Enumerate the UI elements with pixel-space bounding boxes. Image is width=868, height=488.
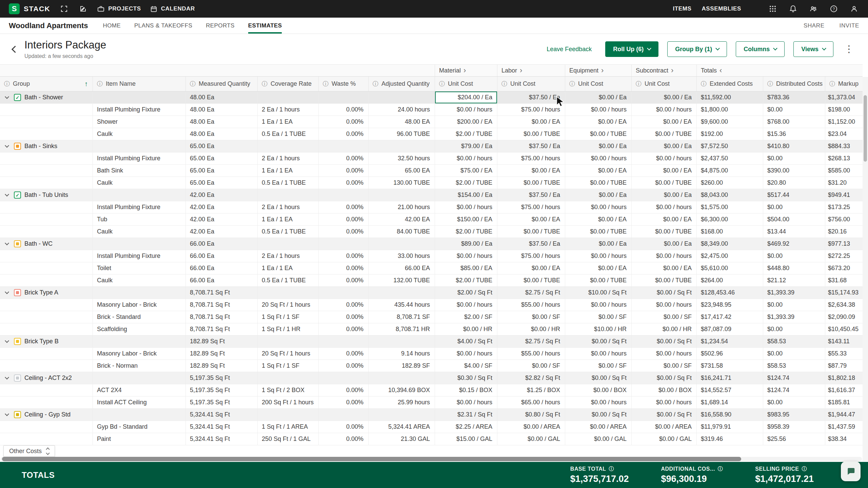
cell-equipment[interactable]: $0.00 / BOX [565, 384, 631, 396]
cell-waste[interactable]: 0.00% [318, 250, 368, 262]
cell-markup[interactable]: $23.04 [825, 128, 863, 140]
item-row[interactable]: Caulk48.00 Ea0.5 Ea / 1 TUBE0.00%96.00 T… [0, 128, 863, 140]
cell-subcontract[interactable]: $0.00 / Ea [631, 92, 696, 103]
cell-equipment[interactable]: $0.00 / hours [565, 396, 631, 408]
cell-equipment[interactable]: $0.00 / EA [565, 214, 631, 225]
column-header-markup[interactable]: ⓘMarkup [825, 77, 863, 91]
cell-coverage[interactable] [257, 287, 318, 299]
cell-coverage[interactable]: 1 Sq Ft / 1 SF [257, 360, 318, 372]
cell-coverage[interactable]: 20 Sq Ft / 1 hours [257, 299, 318, 311]
vertical-scrollbar[interactable] [863, 77, 868, 461]
cell-name[interactable] [93, 336, 185, 347]
cell-measured[interactable]: 42.00 Ea [185, 201, 257, 213]
cell-adjusted[interactable]: 65.00 EA [368, 165, 435, 177]
column-header-distributed[interactable]: ⓘDistributed Costs [763, 77, 825, 91]
cell-adjusted[interactable]: 33.00 hours [368, 250, 435, 262]
info-icon[interactable]: ⓘ [802, 466, 807, 472]
cell-waste[interactable]: 0.00% [318, 311, 368, 323]
info-icon[interactable]: ⓘ [829, 80, 835, 88]
cell-extended[interactable]: $1,234.54 [696, 336, 763, 347]
cell-subcontract[interactable]: $0.00 / TUBE [631, 274, 696, 286]
cell-coverage[interactable]: 1 Sq Ft / 2 BOX [257, 384, 318, 396]
item-row[interactable]: Brick - Standard8,708.71 Sq Ft1 Sq Ft / … [0, 311, 863, 323]
cell-markup[interactable]: $1,152.00 [825, 116, 863, 128]
cell-extended[interactable]: $8,349.00 [696, 238, 763, 250]
cell-adjusted[interactable]: 435.44 hours [368, 299, 435, 311]
group-row[interactable]: Bath - Sinks65.00 Ea$79.00 / Ea$37.50 / … [0, 140, 863, 152]
cell-name[interactable] [93, 238, 185, 250]
item-row[interactable]: Gyp Bd - Standard5,324.41 Sq Ft1 Sq Ft /… [0, 421, 863, 433]
cell-adjusted[interactable]: 130.00 TUBE [368, 177, 435, 189]
cell-subcontract[interactable]: $0.00 / TUBE [631, 226, 696, 238]
cell-equipment[interactable]: $0.00 / TUBE [565, 274, 631, 286]
cell-extended[interactable]: $264.00 [696, 274, 763, 286]
cell-extended[interactable]: $1,689.14 [696, 396, 763, 408]
cell-name[interactable]: Brick - Standard [93, 311, 185, 323]
cell-subcontract[interactable]: $0.00 / hours [631, 152, 696, 164]
cell-markup[interactable]: $2,634.38 [825, 299, 863, 311]
share-button[interactable]: SHARE [804, 22, 825, 29]
cell-name[interactable]: Caulk [93, 226, 185, 238]
cell-extended[interactable]: $9,600.00 [696, 116, 763, 128]
cell-equipment[interactable]: $0.00 / Ea [565, 140, 631, 152]
cell-markup[interactable]: $87.79 [825, 360, 863, 372]
collapse-group-chevron-icon[interactable] [5, 412, 9, 416]
cell-material[interactable]: $0.00 / hours [435, 299, 497, 311]
cell-adjusted[interactable]: 24.00 hours [368, 104, 435, 116]
cell-material[interactable]: $2.00 / SF [435, 311, 497, 323]
cell-material[interactable]: $0.00 / HR [435, 323, 497, 335]
column-header-group[interactable]: ⓘGroup↑ [0, 77, 93, 91]
cell-distributed[interactable]: $983.95 [763, 409, 825, 421]
cell-extended[interactable]: $7,572.50 [696, 140, 763, 152]
cell-subcontract[interactable]: $0.00 / SF [631, 360, 696, 372]
cell-distributed[interactable]: $0.00 [763, 323, 825, 335]
cell-adjusted[interactable]: 8,708.71 HR [368, 323, 435, 335]
cell-equipment[interactable]: $0.00 / hours [565, 152, 631, 164]
cell-subcontract[interactable]: $0.00 / GAL [631, 433, 696, 445]
item-row[interactable]: Install Plumbing Fixture65.00 Ea2 Ea / 1… [0, 152, 863, 165]
compose-icon[interactable] [78, 4, 88, 14]
cell-material[interactable]: $2.31 / Sq Ft [435, 409, 497, 421]
cell-coverage[interactable]: 20 Sq Ft / 1 hours [257, 348, 318, 360]
cell-material[interactable]: $0.00 / hours [435, 250, 497, 262]
leave-feedback-link[interactable]: Leave Feedback [547, 46, 592, 53]
cell-coverage[interactable]: 1 Ea / 1 EA [257, 165, 318, 177]
cell-markup[interactable]: $1,616.37 [825, 384, 863, 396]
cell-measured[interactable]: 66.00 Ea [185, 274, 257, 286]
cell-extended[interactable]: $6,300.00 [696, 214, 763, 225]
cell-extended[interactable]: $192.00 [696, 128, 763, 140]
takeoff-color-icon[interactable] [14, 143, 21, 150]
cell-extended[interactable]: $168.00 [696, 226, 763, 238]
collapse-group-chevron-icon[interactable] [5, 290, 9, 294]
cell-adjusted[interactable]: 42.00 EA [368, 214, 435, 225]
cell-coverage[interactable]: 1 Sq Ft / 1 HR [257, 323, 318, 335]
cell-material[interactable]: $204.00 / Ea [435, 92, 497, 103]
cell-extended[interactable]: $1,575.00 [696, 201, 763, 213]
cell-name[interactable]: Paint [93, 433, 185, 445]
cell-measured[interactable]: 66.00 Ea [185, 250, 257, 262]
cell-distributed[interactable]: $0.00 [763, 250, 825, 262]
info-icon[interactable]: ⓘ [718, 466, 723, 472]
cell-coverage[interactable] [257, 92, 318, 103]
cell-material[interactable]: $0.00 / hours [435, 201, 497, 213]
cell-labor[interactable]: $55.00 / hours [497, 299, 565, 311]
cell-distributed[interactable]: $390.00 [763, 165, 825, 177]
cell-name[interactable]: Install Plumbing Fixture [93, 201, 185, 213]
cell-distributed[interactable]: $410.80 [763, 140, 825, 152]
cell-coverage[interactable]: 2 Ea / 1 hours [257, 250, 318, 262]
cell-group[interactable] [0, 177, 93, 189]
column-header-measured[interactable]: ⓘMeasured Quantity [185, 77, 257, 91]
item-row[interactable]: Install ACT Ceiling5,197.35 Sq Ft200 Sq … [0, 396, 863, 409]
takeoff-color-icon[interactable] [14, 411, 21, 418]
cell-adjusted[interactable] [368, 336, 435, 347]
cell-name[interactable]: Masonry Labor - Brick [93, 299, 185, 311]
cell-group[interactable] [0, 384, 93, 396]
cell-group[interactable] [0, 116, 93, 128]
cell-coverage[interactable]: 1 Ea / 1 EA [257, 262, 318, 274]
cell-coverage[interactable]: 2 Ea / 1 hours [257, 201, 318, 213]
cell-group[interactable] [0, 299, 93, 311]
cell-markup[interactable]: $673.20 [825, 262, 863, 274]
cell-coverage[interactable]: 2 Ea / 1 hours [257, 104, 318, 116]
cell-measured[interactable]: 48.00 Ea [185, 116, 257, 128]
cell-distributed[interactable]: $768.00 [763, 116, 825, 128]
